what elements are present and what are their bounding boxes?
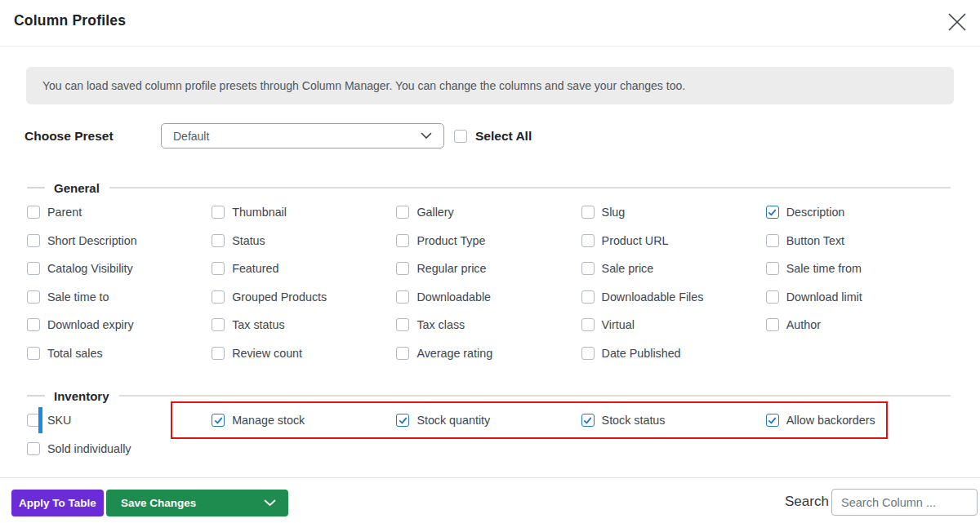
checkbox-item-gallery[interactable]: Gallery [396,198,581,227]
checkbox-label: Gallery [416,206,453,219]
section-dash-line [27,187,45,188]
product-type-checkbox[interactable] [396,234,409,247]
checkbox-item-author[interactable]: Author [766,311,951,339]
parent-checkbox[interactable] [27,206,40,219]
checkbox-item-sale-time-from[interactable]: Sale time from [766,255,951,283]
checkbox-item-catalog-visibility[interactable]: Catalog Visibility [27,255,212,283]
checkbox-item-sale-time-to[interactable]: Sale time to [27,283,212,312]
average-rating-checkbox[interactable] [396,347,409,360]
checkbox-item-virtual[interactable]: Virtual [581,311,766,339]
status-checkbox[interactable] [212,234,225,247]
checkbox-item-sale-price[interactable]: Sale price [581,255,766,283]
checkbox-label: Date Published [602,347,681,360]
checkbox-item-short-description[interactable]: Short Description [27,227,212,255]
dialog-header: Column Profiles [0,0,980,47]
section-title: General [54,181,100,195]
checkbox-item-download-expiry[interactable]: Download expiry [27,311,212,339]
downloadable-checkbox[interactable] [396,290,409,304]
checkbox-label: Description [786,206,845,219]
checkbox-item-manage-stock[interactable]: Manage stock [212,406,396,435]
checkbox-label: Total sales [47,347,103,360]
checkbox-item-slug[interactable]: Slug [581,198,766,227]
checkbox-label: Manage stock [232,414,305,427]
stock-quantity-checkbox[interactable] [396,414,409,427]
select-all-checkbox[interactable] [454,130,467,143]
stock-status-checkbox[interactable] [581,414,595,427]
checkbox-item-review-count[interactable]: Review count [212,339,396,368]
checkbox-label: Author [786,318,821,331]
checkbox-label: SKU [47,414,71,427]
download-expiry-checkbox[interactable] [27,318,40,331]
checkbox-item-status[interactable]: Status [212,227,396,255]
sale-price-checkbox[interactable] [581,262,595,275]
checkbox-item-featured[interactable]: Featured [212,255,396,283]
checkbox-label: Parent [47,206,82,219]
checkbox-item-product-url[interactable]: Product URL [581,227,766,255]
checkbox-item-sold-individually[interactable]: Sold individually [27,435,212,463]
checkbox-item-sku[interactable]: SKU [27,406,212,435]
gallery-checkbox[interactable] [396,206,409,219]
thumbnail-checkbox[interactable] [212,206,225,219]
sold-individually-checkbox[interactable] [27,442,40,455]
author-checkbox[interactable] [766,318,779,331]
checkbox-item-allow-backorders[interactable]: Allow backorders [766,406,951,435]
tax-class-checkbox[interactable] [396,318,409,331]
checkbox-item-parent[interactable]: Parent [27,198,212,227]
downloadable-files-checkbox[interactable] [581,290,595,304]
checkbox-item-grouped-products[interactable]: Grouped Products [212,283,396,312]
date-published-checkbox[interactable] [581,347,595,360]
insertion-indicator [38,407,42,433]
select-all[interactable]: Select All [454,129,532,144]
virtual-checkbox[interactable] [581,318,595,331]
checkbox-label: Featured [232,262,278,275]
slug-checkbox[interactable] [581,206,595,219]
checkbox-item-tax-status[interactable]: Tax status [212,311,396,339]
section-dash-line [27,395,45,397]
checkbox-item-average-rating[interactable]: Average rating [396,339,581,368]
checkbox-item-product-type[interactable]: Product Type [396,227,581,255]
checkbox-item-download-limit[interactable]: Download limit [766,283,951,312]
search-input[interactable] [831,489,978,516]
checkbox-item-stock-status[interactable]: Stock status [581,406,766,435]
regular-price-checkbox[interactable] [396,262,409,275]
catalog-visibility-checkbox[interactable] [27,262,40,275]
preset-selected-value: Default [173,130,421,143]
checkbox-label: Download expiry [47,318,134,331]
section-rule-line [109,187,951,188]
chevron-down-icon[interactable] [264,499,276,507]
sale-time-from-checkbox[interactable] [766,262,779,275]
dialog-title: Column Profiles [14,12,126,29]
checkbox-item-thumbnail[interactable]: Thumbnail [212,198,396,227]
checkbox-item-stock-quantity[interactable]: Stock quantity [396,406,581,435]
checkbox-item-description[interactable]: Description [766,198,951,227]
button-text-checkbox[interactable] [766,234,779,247]
preset-select[interactable]: Default [161,123,444,148]
search-label: Search [785,494,829,510]
checkbox-label: Sale time to [47,290,109,304]
description-checkbox[interactable] [766,206,779,219]
short-description-checkbox[interactable] [27,234,40,247]
checkbox-item-date-published[interactable]: Date Published [581,339,766,368]
checkbox-item-total-sales[interactable]: Total sales [27,339,212,368]
total-sales-checkbox[interactable] [27,347,40,360]
allow-backorders-checkbox[interactable] [766,414,779,427]
checkbox-item-button-text[interactable]: Button Text [766,227,951,255]
tax-status-checkbox[interactable] [212,318,225,331]
close-icon[interactable] [944,9,970,35]
save-changes-label: Save Changes [121,497,196,509]
save-changes-button[interactable]: Save Changes [106,490,288,516]
apply-to-table-button[interactable]: Apply To Table [11,490,104,516]
checkbox-label: Thumbnail [232,206,287,219]
manage-stock-checkbox[interactable] [212,414,225,427]
checkbox-item-regular-price[interactable]: Regular price [396,255,581,283]
product-url-checkbox[interactable] [581,234,595,247]
download-limit-checkbox[interactable] [766,290,779,304]
featured-checkbox[interactable] [212,262,225,275]
grouped-products-checkbox[interactable] [212,290,225,304]
checkbox-item-downloadable[interactable]: Downloadable [396,283,581,312]
checkbox-item-downloadable-files[interactable]: Downloadable Files [581,283,766,312]
sale-time-to-checkbox[interactable] [27,290,40,304]
review-count-checkbox[interactable] [212,347,225,360]
checkbox-item-tax-class[interactable]: Tax class [396,311,581,339]
checkbox-label: Sale price [602,262,654,275]
